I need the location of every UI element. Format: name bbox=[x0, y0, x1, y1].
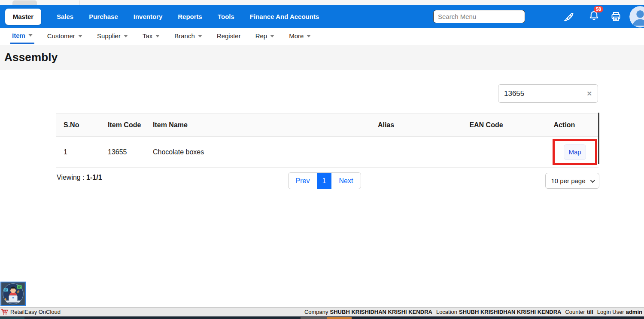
tab-purchase[interactable]: Purchase bbox=[89, 13, 118, 20]
notifications-button[interactable]: 58 bbox=[588, 10, 600, 23]
browser-strip bbox=[0, 0, 644, 5]
login-user-info: Login User admin bbox=[597, 309, 642, 315]
tab-reports[interactable]: Reports bbox=[178, 13, 202, 20]
subnav-item-tax[interactable]: Tax bbox=[141, 28, 161, 44]
browser-divider bbox=[79, 0, 80, 5]
taskbar-segment bbox=[327, 317, 352, 319]
viewing-label: Viewing : bbox=[57, 174, 85, 181]
tab-master[interactable]: Master bbox=[5, 9, 41, 25]
cell-action: Map bbox=[530, 139, 598, 165]
chevron-down-icon bbox=[28, 34, 33, 37]
subnav-item-customer[interactable]: Customer bbox=[46, 28, 84, 44]
svg-text:RE: RE bbox=[3, 310, 6, 313]
map-button[interactable]: Map bbox=[564, 144, 586, 160]
header-sno: S.No bbox=[56, 121, 100, 129]
subnav-label: Branch bbox=[174, 32, 195, 40]
tab-finance-and-accounts[interactable]: Finance And Accounts bbox=[250, 13, 319, 20]
master-sub-navigation: Item Customer Supplier Tax Branch Regist… bbox=[0, 28, 644, 44]
support-chat-avatar[interactable] bbox=[0, 282, 26, 306]
subnav-label: Tax bbox=[143, 32, 152, 40]
location-label: Location bbox=[436, 309, 457, 315]
header-item-code: Item Code bbox=[100, 121, 145, 129]
header-action: Action bbox=[530, 121, 598, 129]
chevron-down-icon bbox=[270, 35, 274, 37]
title-band: Assembly bbox=[0, 45, 644, 70]
tab-tools[interactable]: Tools bbox=[218, 13, 234, 20]
app-name: RetailEasy OnCloud bbox=[10, 309, 61, 315]
statusbar-app: RE RetailEasy OnCloud bbox=[0, 308, 61, 316]
header-item-name: Item Name bbox=[145, 121, 330, 129]
table-header-row: S.No Item Code Item Name Alias EAN Code … bbox=[56, 113, 598, 137]
support-chat-icon bbox=[1, 282, 25, 305]
per-page-select[interactable]: 10 per page bbox=[545, 173, 599, 189]
next-page-button[interactable]: Next bbox=[331, 173, 361, 189]
chevron-down-icon bbox=[198, 35, 202, 37]
page-title: Assembly bbox=[0, 51, 58, 64]
item-filter-box: ✕ bbox=[498, 84, 598, 103]
clear-filter-icon[interactable]: ✕ bbox=[581, 90, 598, 98]
taskbar-segment bbox=[0, 317, 24, 319]
annotation-highlight-red-box: Map bbox=[553, 139, 597, 165]
pagination: Prev 1 Next bbox=[288, 172, 361, 189]
statusbar-session-info: Company SHUBH KRISHIDHAN KRISHI KENDRA L… bbox=[304, 309, 644, 315]
subnav-item-more[interactable]: More bbox=[287, 28, 313, 44]
subnav-item-rep[interactable]: Rep bbox=[254, 28, 276, 44]
print-icon[interactable] bbox=[610, 11, 622, 22]
subnav-item-supplier[interactable]: Supplier bbox=[95, 28, 130, 44]
header-ean-code: EAN Code bbox=[442, 121, 530, 129]
counter-info: Counter till bbox=[565, 309, 593, 315]
theme-brush-icon[interactable] bbox=[563, 11, 574, 22]
chevron-down-icon bbox=[78, 35, 82, 37]
cell-item-name: Chocolate boxes bbox=[145, 148, 330, 156]
taskbar-sliver bbox=[0, 316, 644, 319]
table-row: 1 13655 Chocolate boxes Map bbox=[56, 137, 598, 168]
counter-value: till bbox=[587, 309, 593, 315]
company-label: Company bbox=[304, 309, 328, 315]
per-page-value: 10 per page bbox=[551, 177, 585, 184]
item-search-input[interactable] bbox=[498, 89, 581, 98]
subnav-label: Customer bbox=[47, 32, 75, 40]
app-window: Master Sales Purchase Inventory Reports … bbox=[0, 0, 644, 319]
viewing-value: 1-1/1 bbox=[86, 174, 102, 181]
chevron-down-icon bbox=[590, 178, 595, 182]
browser-tab-remnant bbox=[12, 0, 37, 5]
subnav-label: More bbox=[289, 32, 304, 40]
tab-sales[interactable]: Sales bbox=[57, 13, 73, 20]
subnav-label: Register bbox=[217, 32, 241, 40]
prev-page-button[interactable]: Prev bbox=[289, 173, 317, 189]
taskbar-segment bbox=[301, 317, 327, 319]
subnav-item-item[interactable]: Item bbox=[10, 28, 34, 44]
company-value: SHUBH KRISHIDHAN KRISHI KENDRA bbox=[330, 309, 432, 315]
chevron-down-icon bbox=[155, 35, 160, 37]
status-bar: RE RetailEasy OnCloud Company SHUBH KRIS… bbox=[0, 307, 644, 316]
assembly-items-table: S.No Item Code Item Name Alias EAN Code … bbox=[56, 113, 598, 168]
subnav-item-branch[interactable]: Branch bbox=[173, 28, 204, 44]
table-scrollbar[interactable] bbox=[598, 113, 599, 164]
chevron-down-icon bbox=[307, 35, 311, 37]
notification-count-badge: 58 bbox=[594, 6, 603, 12]
header-alias: Alias bbox=[330, 121, 442, 129]
viewing-range: Viewing : 1-1/1 bbox=[57, 174, 102, 181]
chevron-down-icon bbox=[124, 35, 128, 37]
subnav-label: Supplier bbox=[97, 32, 121, 40]
search-menu-input[interactable] bbox=[433, 10, 525, 23]
company-info: Company SHUBH KRISHIDHAN KRISHI KENDRA bbox=[304, 309, 432, 315]
top-navigation-bar: Master Sales Purchase Inventory Reports … bbox=[0, 5, 644, 28]
subnav-item-register[interactable]: Register bbox=[215, 28, 243, 44]
user-avatar-icon bbox=[629, 6, 644, 28]
login-user-label: Login User bbox=[597, 309, 624, 315]
cell-sno: 1 bbox=[56, 148, 100, 156]
tab-inventory[interactable]: Inventory bbox=[134, 13, 163, 20]
subnav-label: Rep bbox=[255, 32, 267, 40]
cell-item-code: 13655 bbox=[100, 148, 145, 156]
subnav-label: Item bbox=[12, 32, 25, 39]
counter-label: Counter bbox=[565, 309, 585, 315]
user-avatar[interactable] bbox=[629, 6, 644, 28]
retaileasy-cart-logo: RE bbox=[1, 308, 8, 316]
location-value: SHUBH KRISHIDHAN KRISHI KENDRA bbox=[459, 309, 561, 315]
login-user-value: admin bbox=[626, 309, 642, 315]
location-info: Location SHUBH KRISHIDHAN KRISHI KENDRA bbox=[436, 309, 562, 315]
current-page-button[interactable]: 1 bbox=[317, 173, 331, 189]
